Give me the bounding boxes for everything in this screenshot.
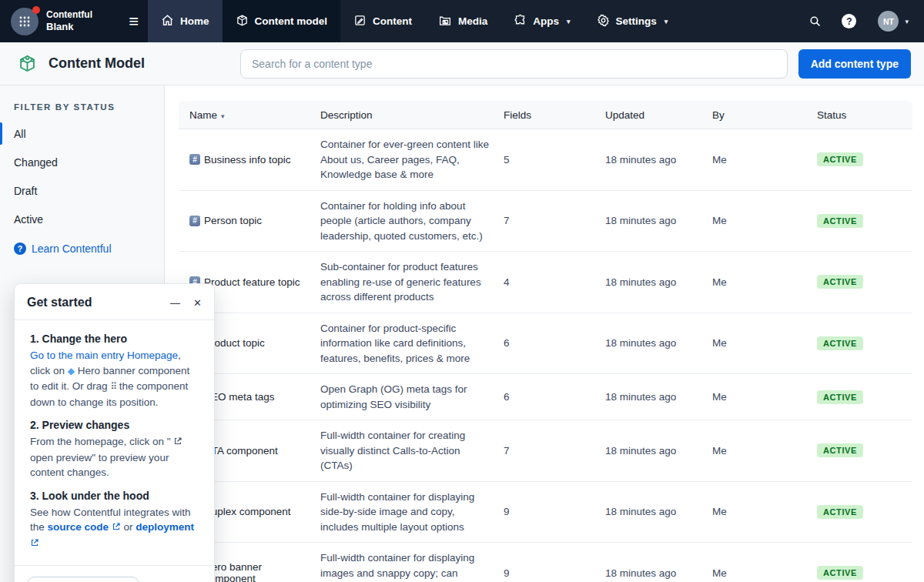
content-types-table: Name▾ Description Fields Updated By Stat…	[179, 101, 912, 582]
tab-label: Content	[373, 15, 412, 27]
table-row[interactable]: #Hero banner component Full-width contai…	[179, 543, 912, 582]
column-header-status: Status	[817, 109, 912, 121]
gear-icon	[597, 14, 610, 29]
status-badge: ACTIVE	[817, 443, 863, 457]
hamburger-menu-icon[interactable]: ≡	[129, 13, 139, 30]
add-content-type-button[interactable]: Add content type	[798, 49, 911, 79]
filter-by-status-heading: FILTER BY STATUS	[0, 102, 164, 112]
navbar-right: ? NT ▾	[808, 0, 924, 42]
table-row[interactable]: #CTA component Full-width container for …	[179, 420, 912, 482]
fields-count: 5	[504, 154, 605, 166]
column-header-fields: Fields	[504, 109, 605, 121]
close-icon[interactable]: ✕	[193, 298, 202, 308]
minimize-icon[interactable]: —	[170, 298, 180, 308]
fields-count: 6	[504, 337, 605, 349]
drag-handle-icon: ⠿	[110, 381, 116, 392]
updated-time: 18 minutes ago	[605, 445, 712, 457]
tab-settings[interactable]: Settings ▾	[584, 0, 681, 42]
column-header-updated: Updated	[605, 109, 712, 121]
sort-desc-icon: ▾	[221, 112, 225, 120]
search-icon[interactable]	[808, 15, 822, 28]
content-type-emoji-icon: #	[189, 216, 200, 226]
updated-time: 18 minutes ago	[605, 337, 712, 349]
sidebar-item-active[interactable]: Active	[0, 205, 164, 233]
table-row[interactable]: #Person topic Container for holding info…	[179, 191, 912, 253]
page-title: Content Model	[49, 55, 145, 72]
tab-label: Media	[458, 15, 487, 27]
media-icon	[438, 14, 452, 29]
updated-by: Me	[712, 506, 817, 517]
content-type-name: Product feature topic	[204, 276, 300, 288]
fields-count: 7	[504, 215, 605, 226]
table-row[interactable]: #Duplex component Full-width container f…	[179, 482, 912, 544]
help-button[interactable]: ?	[842, 14, 856, 28]
updated-by: Me	[712, 567, 817, 579]
content-icon	[353, 14, 367, 29]
step-1-body: Go to the main entry Homepage, click on …	[30, 348, 199, 410]
tab-media[interactable]: Media	[425, 0, 500, 42]
content-model-icon	[236, 14, 249, 29]
content-type-description: Full-width container for displaying side…	[320, 490, 504, 535]
get-started-popup: Get started — ✕ 1. Change the hero Go to…	[14, 283, 215, 582]
space-name: Blank	[46, 21, 92, 33]
status-badge: ACTIVE	[817, 390, 863, 404]
tab-label: Home	[180, 15, 209, 27]
column-header-name[interactable]: Name▾	[179, 109, 320, 121]
external-link-icon	[173, 435, 182, 450]
sidebar-item-changed[interactable]: Changed	[0, 148, 164, 176]
source-code-link[interactable]: source code	[48, 521, 109, 533]
table-header: Name▾ Description Fields Updated By Stat…	[179, 101, 912, 129]
org-name: Contentful	[46, 9, 92, 21]
table-row[interactable]: #SEO meta tags Open Graph (OG) meta tags…	[179, 374, 912, 420]
content-type-name: CTA component	[204, 445, 278, 457]
start-from-scratch-button[interactable]: Start from scratch	[27, 577, 139, 582]
table-row[interactable]: #Product feature topic Sub-container for…	[179, 252, 912, 313]
learn-link-label: Learn Contentful	[32, 242, 112, 255]
status-badge: ACTIVE	[817, 214, 863, 228]
table-row[interactable]: #Product topic Container for product-spe…	[179, 313, 912, 375]
table-row[interactable]: #Business info topic Container for ever-…	[179, 129, 912, 191]
title-bar: Content Model Add content type	[0, 42, 924, 85]
tab-content[interactable]: Content	[340, 0, 425, 42]
org-space-label: Contentful Blank	[46, 9, 92, 33]
content-type-emoji-icon: #	[189, 154, 200, 165]
updated-by: Me	[712, 154, 817, 166]
updated-time: 18 minutes ago	[605, 567, 712, 579]
updated-by: Me	[712, 391, 817, 403]
fields-count: 9	[504, 567, 605, 579]
homepage-entry-link[interactable]: Go to the main entry Homepage	[30, 350, 178, 361]
status-badge: ACTIVE	[817, 152, 863, 166]
step-2-body: From the homepage, click on " open previ…	[30, 434, 199, 480]
account-menu[interactable]: NT ▾	[876, 11, 910, 32]
content-type-search-input[interactable]	[240, 49, 788, 79]
question-icon: ?	[14, 242, 26, 255]
tab-content-model[interactable]: Content model	[223, 0, 341, 42]
home-icon	[161, 14, 174, 29]
step-1-heading: 1. Change the hero	[30, 333, 199, 345]
fields-count: 7	[504, 445, 605, 457]
tab-apps[interactable]: Apps ▾	[500, 0, 583, 42]
status-badge: ACTIVE	[817, 336, 863, 350]
column-header-by: By	[712, 109, 817, 121]
app-switcher-button[interactable]	[11, 8, 38, 35]
sidebar-item-all[interactable]: All	[0, 119, 164, 148]
chevron-down-icon: ▾	[905, 18, 909, 25]
fields-count: 6	[504, 391, 605, 403]
content-type-description: Open Graph (OG) meta tags for optimizing…	[320, 382, 504, 412]
popup-header: Get started — ✕	[15, 284, 214, 320]
content-type-description: Sub-container for product features enabl…	[320, 259, 504, 305]
content-type-name: Person topic	[204, 215, 262, 226]
deployment-link[interactable]: deployment	[136, 521, 194, 533]
fields-count: 4	[504, 276, 605, 288]
updated-time: 18 minutes ago	[605, 215, 712, 226]
status-badge: ACTIVE	[817, 505, 863, 519]
updated-by: Me	[712, 276, 817, 288]
learn-contentful-link[interactable]: ? Learn Contentful	[0, 233, 164, 255]
content-type-name: Duplex component	[204, 506, 291, 517]
updated-time: 18 minutes ago	[605, 391, 712, 403]
tab-home[interactable]: Home	[148, 0, 223, 42]
sidebar-item-draft[interactable]: Draft	[0, 176, 164, 205]
content-model-green-icon	[17, 53, 38, 74]
updated-by: Me	[712, 445, 817, 457]
main-nav-tabs: Home Content model Content Media Apps ▾ …	[148, 0, 681, 42]
